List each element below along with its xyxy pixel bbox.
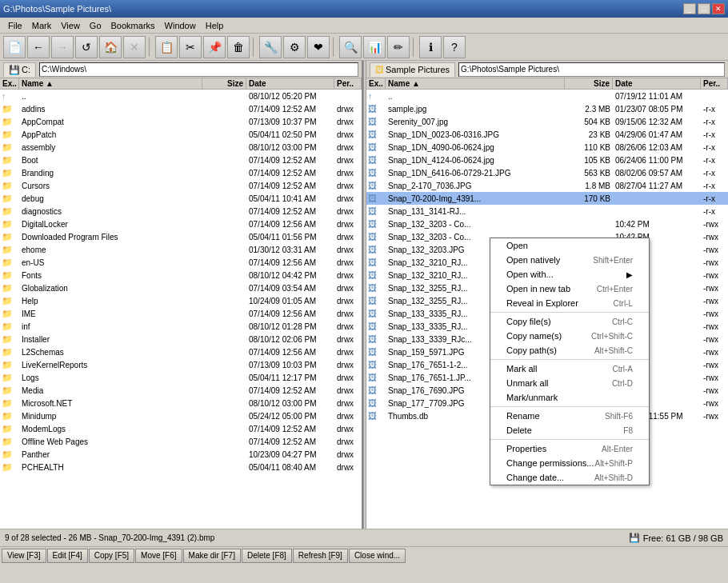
right-col-size[interactable]: Size	[565, 78, 613, 89]
cut-button[interactable]: ✂	[179, 36, 202, 58]
ctx-item-reveal-in-explorer[interactable]: Reveal in ExplorerCtrl-L	[490, 296, 649, 310]
left-list-item[interactable]: 📁 Offline Web Pages 07/14/09 12:52 AM dr…	[0, 435, 362, 448]
left-path-input[interactable]	[39, 62, 358, 77]
left-col-name[interactable]: Name ▲	[19, 78, 202, 89]
right-col-ex[interactable]: Ex..	[366, 78, 386, 89]
menu-item-go[interactable]: Go	[85, 19, 106, 32]
left-list-item[interactable]: 📁 AppPatch 05/04/11 02:50 PM drwx	[0, 128, 362, 141]
ctx-item-rename[interactable]: RenameShift-F6	[490, 409, 649, 423]
left-list-item[interactable]: 📁 AppCompat 07/13/09 10:37 PM drwx	[0, 115, 362, 128]
menu-item-bookmarks[interactable]: Bookmarks	[106, 19, 160, 32]
bottom-btn-edit[interactable]: Edit [F4]	[47, 549, 88, 563]
minimize-button[interactable]: _	[683, 3, 696, 14]
right-col-date[interactable]: Date	[613, 78, 701, 89]
left-list-item[interactable]: ↑ .. 08/10/12 05:20 PM	[0, 90, 362, 102]
menu-item-help[interactable]: Help	[201, 19, 229, 32]
bottom-btn-copy[interactable]: Copy [F5]	[89, 549, 134, 563]
left-col-per[interactable]: Per..	[334, 78, 362, 89]
left-list-item[interactable]: 📁 diagnostics 07/14/09 12:52 AM drwx	[0, 205, 362, 218]
right-list-item[interactable]: 🖼 Snap_1DN_6416-06-0729-21.JPG 563 KB 08…	[366, 166, 728, 179]
left-list-item[interactable]: 📁 Boot 07/14/09 12:52 AM drwx	[0, 154, 362, 166]
left-list-item[interactable]: 📁 Downloaded Program Files 05/04/11 01:5…	[0, 230, 362, 243]
maximize-button[interactable]: □	[698, 3, 710, 14]
home-button[interactable]: 🏠	[99, 36, 122, 58]
menu-item-file[interactable]: File	[3, 19, 27, 32]
left-list-item[interactable]: 📁 debug 05/04/11 10:41 AM drwx	[0, 192, 362, 205]
left-col-date[interactable]: Date	[246, 78, 334, 89]
left-list-item[interactable]: 📁 Help 10/24/09 01:05 AM drwx	[0, 294, 362, 307]
left-col-ex[interactable]: Ex..	[0, 78, 19, 89]
ctx-item-delete[interactable]: DeleteF8	[490, 423, 649, 437]
left-list-item[interactable]: 📁 PCHEALTH 05/04/11 08:40 AM drwx	[0, 461, 362, 473]
left-list-item[interactable]: 📁 en-US 07/14/09 12:56 AM drwx	[0, 256, 362, 269]
left-file-list[interactable]: ↑ .. 08/10/12 05:20 PM 📁 addins 07/14/09…	[0, 90, 362, 529]
right-list-item[interactable]: 🖼 Snap_70-200-Img_4391... 170 KB -r-x	[366, 192, 728, 205]
left-list-item[interactable]: 📁 Installer 08/10/12 02:06 PM drwx	[0, 333, 362, 345]
copy-button[interactable]: 📋	[155, 36, 178, 58]
menu-item-view[interactable]: View	[56, 19, 85, 32]
bottom-btn-makedir[interactable]: Make dir [F7]	[183, 549, 241, 563]
left-list-item[interactable]: 📁 Minidump 05/24/12 05:00 PM drwx	[0, 409, 362, 422]
left-list-item[interactable]: 📁 L2Schemas 07/14/09 12:56 AM drwx	[0, 345, 362, 358]
right-path-input[interactable]	[458, 62, 725, 77]
left-list-item[interactable]: 📁 inf 08/10/12 01:28 PM drwx	[0, 320, 362, 333]
ctx-item-copy-paths[interactable]: Copy path(s)Alt+Shift-C	[490, 343, 649, 357]
left-list-item[interactable]: 📁 Cursors 07/14/09 12:52 AM drwx	[0, 179, 362, 192]
bottom-btn-move[interactable]: Move [F6]	[135, 549, 182, 563]
left-list-item[interactable]: 📁 Branding 07/14/09 12:52 AM drwx	[0, 166, 362, 179]
right-list-item[interactable]: 🖼 Snap_2-170_7036.JPG 1.8 MB 08/27/04 11…	[366, 179, 728, 192]
delete-button[interactable]: 🗑	[227, 36, 250, 58]
left-list-item[interactable]: 📁 Fonts 08/10/12 04:42 PM drwx	[0, 269, 362, 282]
left-list-item[interactable]: 📁 Panther 10/23/09 04:27 PM drwx	[0, 448, 362, 461]
left-list-item[interactable]: 📁 LiveKernelReports 07/13/09 10:03 PM dr…	[0, 358, 362, 371]
right-list-item[interactable]: 🖼 Snap_1DN_4090-06-0624.jpg 110 KB 08/26…	[366, 141, 728, 154]
ctx-item-open-natively[interactable]: Open nativelyShift+Enter	[490, 253, 649, 267]
right-col-per[interactable]: Per..	[701, 78, 728, 89]
close-button[interactable]: ✕	[712, 3, 725, 14]
right-col-name[interactable]: Name ▲	[386, 78, 565, 89]
info-button[interactable]: ℹ	[419, 36, 442, 58]
ctx-item-mark-all[interactable]: Mark allCtrl-A	[490, 361, 649, 376]
find-button[interactable]: 🔍	[339, 36, 362, 58]
ctx-item-open-in-new-tab[interactable]: Open in new tabCtrl+Enter	[490, 282, 649, 296]
help-button[interactable]: ?	[443, 36, 466, 58]
ctx-item-change-date[interactable]: Change date...Alt+Shift-D	[490, 470, 649, 485]
tools-button[interactable]: 🔧	[259, 36, 282, 58]
left-list-item[interactable]: 📁 ModemLogs 07/14/09 12:52 AM drwx	[0, 422, 362, 435]
bottom-btn-refresh[interactable]: Refresh [F9]	[293, 549, 348, 563]
bottom-btn-closewind...[interactable]: Close wind...	[349, 549, 406, 563]
right-list-item[interactable]: ↑ .. 07/19/12 11:01 AM	[366, 90, 728, 102]
ctx-item-markunmark[interactable]: Mark/unmark	[490, 390, 649, 405]
settings-button[interactable]: ⚙	[283, 36, 306, 58]
ctx-item-properties[interactable]: PropertiesAlt-Enter	[490, 441, 649, 456]
view-button[interactable]: 📊	[363, 36, 386, 58]
left-list-item[interactable]: 📁 assembly 08/10/12 03:00 PM drwx	[0, 141, 362, 154]
edit-button[interactable]: ✏	[387, 36, 410, 58]
right-list-item[interactable]: 🖼 Snap_132_3203 - Co... 10:42 PM -rwx	[366, 218, 728, 230]
ctx-item-change-permissions[interactable]: Change permissions...Alt+Shift-P	[490, 456, 649, 470]
left-list-item[interactable]: 📁 Globalization 07/14/09 03:54 AM drwx	[0, 282, 362, 294]
bottom-btn-delete[interactable]: Delete [F8]	[242, 549, 292, 563]
ctx-item-open[interactable]: Open	[490, 238, 649, 253]
left-list-item[interactable]: 📁 DigitalLocker 07/14/09 12:56 AM drwx	[0, 218, 362, 230]
right-list-item[interactable]: 🖼 Serenity_007.jpg 504 KB 09/15/06 12:32…	[366, 115, 728, 128]
ctx-item-open-with[interactable]: Open with...▶	[490, 267, 649, 282]
left-list-item[interactable]: 📁 IME 07/14/09 12:56 AM drwx	[0, 307, 362, 320]
left-tab[interactable]: 💾 C:	[3, 62, 36, 77]
right-tab[interactable]: 🖼 Sample Pictures	[370, 62, 455, 77]
left-col-size[interactable]: Size	[202, 78, 246, 89]
right-list-item[interactable]: 🖼 Snap_1DN_0023-06-0316.JPG 23 KB 04/29/…	[366, 128, 728, 141]
bookmark-button[interactable]: ❤	[307, 36, 330, 58]
forward-button[interactable]: →	[51, 36, 74, 58]
ctx-item-unmark-all[interactable]: Unmark allCtrl-D	[490, 376, 649, 390]
ctx-item-copy-files[interactable]: Copy file(s)Ctrl-C	[490, 314, 649, 329]
right-list-item[interactable]: 🖼 Snap_1DN_4124-06-0624.jpg 105 KB 06/24…	[366, 154, 728, 166]
left-list-item[interactable]: 📁 Logs 05/04/11 12:17 PM drwx	[0, 371, 362, 384]
right-list-item[interactable]: 🖼 sample.jpg 2.3 MB 01/23/07 08:05 PM -r…	[366, 102, 728, 115]
ctx-item-copy-names[interactable]: Copy name(s)Ctrl+Shift-C	[490, 329, 649, 343]
bottom-btn-view[interactable]: View [F3]	[2, 549, 46, 563]
back-button[interactable]: ←	[27, 36, 50, 58]
menu-item-window[interactable]: Window	[160, 19, 201, 32]
left-list-item[interactable]: 📁 Media 07/14/09 12:52 AM drwx	[0, 384, 362, 397]
refresh-button[interactable]: ↺	[75, 36, 98, 58]
